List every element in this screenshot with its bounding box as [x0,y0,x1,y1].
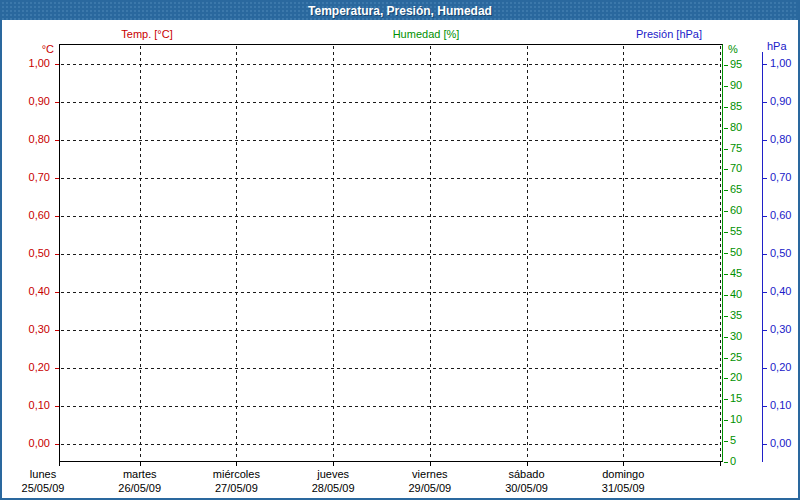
temp-axis-tick-label: 0,90 [10,95,50,107]
temp-axis-tick-label: 0,00 [10,437,50,449]
right-axis-unit-percent: % [728,43,738,55]
humidity-axis-tick-label: 50 [730,246,742,258]
humidity-axis-tick-label: 90 [730,79,742,91]
humidity-axis-tick [724,128,728,129]
temp-axis-tick [55,64,59,65]
pressure-axis-tick [763,102,767,103]
h-gridline [61,178,721,179]
h-gridline [61,406,721,407]
plot-area [59,44,723,462]
humidity-axis-tick-label: 45 [730,267,742,279]
humidity-axis-tick [724,169,728,170]
pressure-axis-line [762,52,763,462]
temp-axis-tick [55,330,59,331]
h-gridline [61,368,721,369]
temp-axis-tick [55,406,59,407]
legend-temperature: Temp. [°C] [87,28,207,42]
humidity-axis-tick [724,378,728,379]
v-gridline [623,46,624,460]
pressure-axis-tick-label: 0,50 [770,247,791,259]
left-axis-unit-celsius: °C [22,43,54,55]
pressure-axis-tick-label: 0,10 [770,399,791,411]
humidity-axis-tick-label: 40 [730,288,742,300]
h-gridline [61,254,721,255]
humidity-axis-tick [724,149,728,150]
pressure-axis-tick [763,444,767,445]
humidity-axis-tick-label: 10 [730,413,742,425]
x-axis-day-label: jueves [285,468,381,480]
x-axis-tick [236,462,237,466]
humidity-axis-tick-label: 70 [730,162,742,174]
humidity-axis-tick-label: 80 [730,121,742,133]
temp-axis-tick [55,444,59,445]
temp-axis-tick [55,216,59,217]
humidity-axis-tick-label: 35 [730,309,742,321]
chart-title: Temperatura, Presión, Humedad [308,4,492,18]
humidity-axis-tick-label: 75 [730,142,742,154]
pressure-axis-tick-label: 0,00 [770,437,791,449]
temp-axis-tick [55,178,59,179]
pressure-axis-tick-label: 0,70 [770,171,791,183]
x-axis-date-label: 25/05/09 [0,482,91,494]
x-axis-tick [59,462,60,466]
humidity-axis-tick-label: 95 [730,58,742,70]
x-axis-tick [720,462,721,466]
pressure-axis-tick-label: 0,20 [770,361,791,373]
humidity-axis-tick-label: 0 [730,455,736,467]
temp-axis-tick-label: 0,40 [10,285,50,297]
pressure-axis-tick [763,292,767,293]
humidity-axis-tick-label: 25 [730,351,742,363]
x-axis-date-label: 31/05/09 [575,482,671,494]
pressure-axis-tick [763,140,767,141]
temp-axis-tick-label: 0,10 [10,399,50,411]
pressure-axis-tick [763,330,767,331]
h-gridline [61,102,721,103]
x-axis-date-label: 30/05/09 [479,482,575,494]
pressure-axis-tick [763,368,767,369]
humidity-axis-tick [724,190,728,191]
pressure-axis-tick-label: 1,00 [770,57,791,69]
temp-axis-tick-label: 0,80 [10,133,50,145]
x-axis-tick [527,462,528,466]
x-axis-day-label: miércoles [188,468,284,480]
pressure-axis-tick [763,216,767,217]
humidity-axis-tick [724,211,728,212]
weather-chart-window: Temperatura, Presión, Humedad Temp. [°C]… [0,0,800,500]
v-gridline [140,46,141,460]
pressure-axis-tick [763,254,767,255]
x-axis-day-label: sábado [479,468,575,480]
x-axis-date-label: 29/05/09 [382,482,478,494]
humidity-axis-tick-label: 85 [730,100,742,112]
legend-humidity: Humedad [%] [366,28,486,42]
x-axis-day-label: viernes [382,468,478,480]
title-bar: Temperatura, Presión, Humedad [2,2,798,20]
pressure-axis-tick-label: 0,40 [770,285,791,297]
right-axis-unit-hpa: hPa [767,40,787,52]
humidity-axis-tick-label: 5 [730,434,736,446]
humidity-axis-tick [724,462,728,463]
x-axis-tick [430,462,431,466]
pressure-axis-tick-label: 0,90 [770,95,791,107]
humidity-axis-tick [724,316,728,317]
temp-axis-tick-label: 1,00 [10,57,50,69]
humidity-axis-tick [724,358,728,359]
pressure-axis-tick-label: 0,30 [770,323,791,335]
temp-axis-tick [55,368,59,369]
x-axis-tick [140,462,141,466]
humidity-axis-tick-label: 65 [730,183,742,195]
temp-axis-tick-label: 0,70 [10,171,50,183]
x-axis-day-label: lunes [0,468,91,480]
h-gridline [61,216,721,217]
v-gridline [333,46,334,460]
pressure-axis-tick [763,64,767,65]
x-axis-tick [623,462,624,466]
temp-axis-tick-label: 0,30 [10,323,50,335]
x-axis-date-label: 26/05/09 [92,482,188,494]
x-axis-tick [333,462,334,466]
temp-axis-tick [55,254,59,255]
humidity-axis-tick [724,253,728,254]
humidity-axis-tick [724,295,728,296]
temp-axis-tick [55,140,59,141]
humidity-axis-tick-label: 55 [730,225,742,237]
h-gridline [61,444,721,445]
